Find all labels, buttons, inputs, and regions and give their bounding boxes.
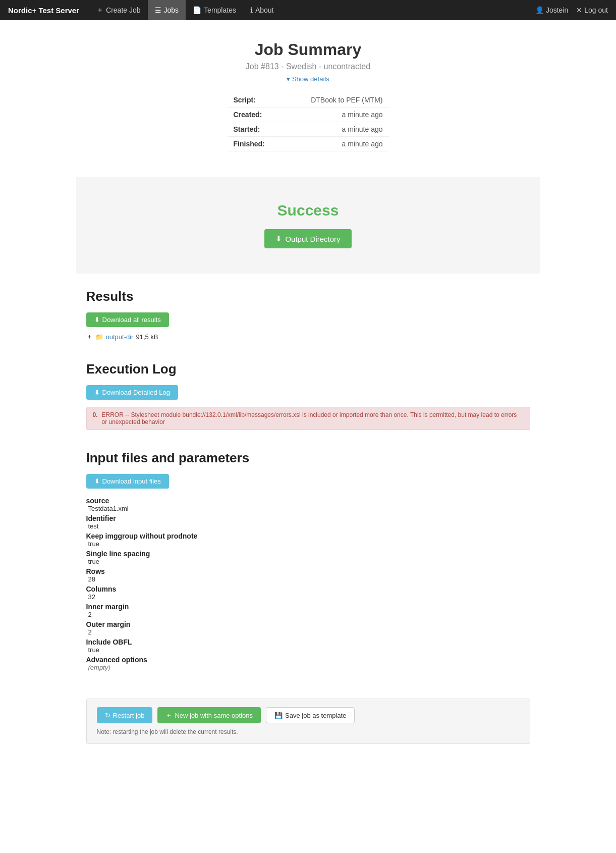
download-log-label: Download Detailed Log (102, 389, 170, 396)
param-value-advanced: (empty) (86, 664, 530, 671)
download-icon: ⬇ (94, 389, 100, 396)
execution-log-section: Execution Log ⬇ Download Detailed Log 0.… (86, 346, 530, 435)
detail-value-started: a minute ago (283, 122, 389, 137)
param-label-include-obfl: Include OBFL (86, 638, 530, 646)
save-icon: 💾 (274, 712, 283, 719)
restart-job-button[interactable]: ↻ Restart job (97, 707, 153, 723)
dir-size: 91,5 kB (136, 333, 158, 341)
nav-create-job-label: Create Job (106, 6, 140, 14)
param-label-single-line: Single line spacing (86, 550, 530, 558)
param-label-identifier: Identifier (86, 514, 530, 522)
detail-row-created: Created: a minute ago (228, 108, 389, 122)
param-label-inner-margin: Inner margin (86, 603, 530, 611)
save-template-button[interactable]: 💾 Save job as template (266, 707, 355, 723)
details-table: Script: DTBook to PEF (MTM) Created: a m… (228, 93, 389, 151)
param-keep-imggroup: Keep imggroup without prodnote true (86, 532, 530, 548)
nav-about[interactable]: ℹ About (243, 0, 281, 20)
param-value-rows: 28 (86, 575, 530, 583)
param-label-rows: Rows (86, 567, 530, 575)
plus-icon: ＋ (96, 6, 103, 15)
folder-icon: 📁 (95, 333, 103, 341)
param-label-keep-imggroup: Keep imggroup without prodnote (86, 532, 530, 540)
download-all-label: Download all results (102, 316, 161, 324)
nav-create-job[interactable]: ＋ Create Job (89, 0, 147, 20)
detail-label-finished: Finished: (228, 137, 283, 151)
detail-value-finished: a minute ago (283, 137, 389, 151)
params-list: source Testdata1.xml Identifier test Kee… (86, 497, 530, 671)
execution-log-heading: Execution Log (86, 361, 530, 377)
download-all-results-button[interactable]: ⬇ Download all results (86, 312, 169, 327)
param-label-outer-margin: Outer margin (86, 620, 530, 628)
logout-icon: ✕ (576, 6, 582, 14)
param-identifier: Identifier test (86, 514, 530, 530)
restart-job-label: Restart job (113, 712, 145, 719)
download-icon: ⬇ (275, 234, 282, 243)
error-message-0: ERROR -- Stylesheet module bundle://132.… (102, 411, 524, 425)
param-value-include-obfl: true (86, 646, 530, 654)
nav-jobs-label: Jobs (164, 6, 179, 14)
template-icon: 📄 (193, 6, 201, 14)
param-inner-margin: Inner margin 2 (86, 603, 530, 618)
detail-label-started: Started: (228, 122, 283, 137)
param-value-columns: 32 (86, 593, 530, 601)
results-heading: Results (86, 289, 530, 304)
param-rows: Rows 28 (86, 567, 530, 583)
detail-value-created: a minute ago (283, 108, 389, 122)
param-value-outer-margin: 2 (86, 628, 530, 636)
nav-jobs[interactable]: ☰ Jobs (148, 0, 186, 20)
param-label-source: source (86, 497, 530, 505)
detail-label-created: Created: (228, 108, 283, 122)
detail-label-script: Script: (228, 93, 283, 108)
new-job-same-options-button[interactable]: ＋ New job with same options (157, 707, 261, 723)
logout-link[interactable]: ✕ Log out (576, 6, 608, 14)
param-value-source: Testdata1.xml (86, 505, 530, 512)
save-template-label: Save job as template (285, 712, 346, 719)
input-files-heading: Input files and parameters (86, 450, 530, 466)
param-columns: Columns 32 (86, 585, 530, 601)
output-directory-label: Output Directory (285, 235, 340, 243)
param-advanced-options: Advanced options (empty) (86, 656, 530, 671)
nav-items: ＋ Create Job ☰ Jobs 📄 Templates ℹ About (89, 0, 535, 20)
download-input-label: Download input files (102, 477, 161, 485)
download-input-files-button[interactable]: ⬇ Download input files (86, 474, 169, 489)
results-section: Results ⬇ Download all results ＋ 📁 outpu… (86, 274, 530, 346)
output-directory-button[interactable]: ⬇ Output Directory (264, 229, 351, 248)
param-value-advanced-empty: (empty) (88, 664, 110, 671)
logout-label: Log out (584, 6, 608, 14)
show-details-link[interactable]: Show details (287, 75, 329, 83)
param-outer-margin: Outer margin 2 (86, 620, 530, 636)
output-dir-line: ＋ 📁 output-dir 91,5 kB (86, 332, 530, 341)
param-source: source Testdata1.xml (86, 497, 530, 512)
error-num-0: 0. (93, 411, 98, 425)
user-link[interactable]: 👤 Jostein (535, 6, 568, 14)
download-icon: ⬇ (94, 316, 100, 324)
nav-templates[interactable]: 📄 Templates (186, 0, 243, 20)
input-files-section: Input files and parameters ⬇ Download in… (86, 435, 530, 688)
footer-note: Note: restarting the job will delete the… (97, 728, 520, 735)
app-brand: Nordic+ Test Server (8, 6, 79, 15)
detail-value-script: DTBook to PEF (MTM) (283, 93, 389, 108)
nav-right: 👤 Jostein ✕ Log out (535, 6, 608, 14)
username: Jostein (546, 6, 568, 14)
footer-actions: ↻ Restart job ＋ New job with same option… (86, 699, 530, 744)
detail-row-started: Started: a minute ago (228, 122, 389, 137)
refresh-icon: ↻ (105, 712, 110, 719)
param-value-identifier: test (86, 522, 530, 530)
output-dir-link[interactable]: output-dir (106, 333, 134, 341)
download-icon: ⬇ (94, 477, 100, 485)
new-job-label: New job with same options (175, 712, 253, 719)
job-subtitle: Job #813 - Swedish - uncontracted (86, 62, 530, 71)
detail-row-script: Script: DTBook to PEF (MTM) (228, 93, 389, 108)
list-icon: ☰ (155, 6, 161, 14)
user-icon: 👤 (535, 6, 544, 14)
success-band: Success ⬇ Output Directory (76, 177, 540, 274)
info-icon: ℹ (250, 6, 253, 14)
download-detailed-log-button[interactable]: ⬇ Download Detailed Log (86, 385, 178, 400)
success-heading: Success (86, 202, 530, 219)
plus-icon: ＋ (165, 711, 172, 720)
param-value-single-line: true (86, 558, 530, 565)
footer-buttons: ↻ Restart job ＋ New job with same option… (97, 707, 520, 723)
param-value-inner-margin: 2 (86, 611, 530, 618)
param-include-obfl: Include OBFL true (86, 638, 530, 654)
param-value-keep-imggroup: true (86, 540, 530, 548)
